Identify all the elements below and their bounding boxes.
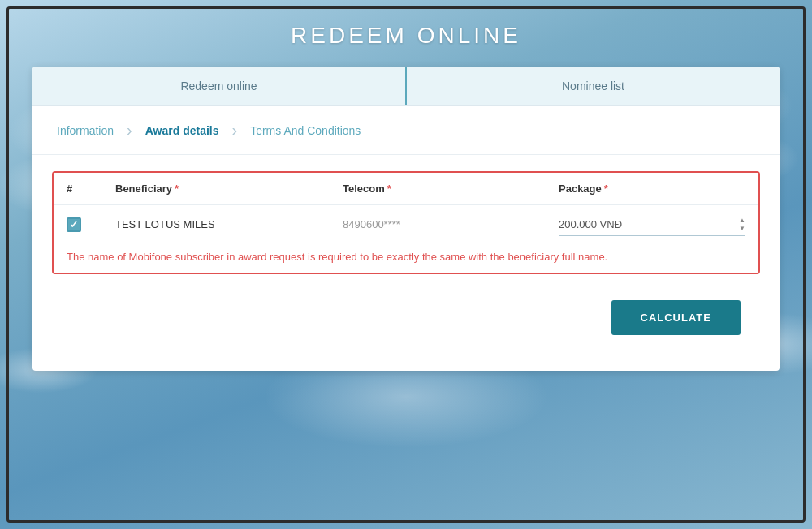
package-cell: 200.000 VNĐ ▲ ▼ — [559, 213, 745, 236]
telecom-cell: 8490600**** — [343, 215, 559, 234]
tab-nominee-list[interactable]: Nominee list — [407, 67, 780, 105]
tab-redeem-online[interactable]: Redeem online — [32, 67, 407, 105]
col-package: Package* — [559, 183, 745, 195]
tab-navigation: Redeem online Nominee list — [32, 67, 780, 106]
package-value: 200.000 VNĐ — [559, 218, 732, 230]
row-checkbox[interactable] — [67, 217, 81, 232]
table-row: 8490600**** 200.000 VNĐ ▲ ▼ — [54, 205, 758, 244]
table-header: # Beneficiary* Telecom* Package* — [54, 173, 758, 205]
step-arrow-1: › — [127, 121, 132, 140]
beneficiary-cell — [115, 215, 343, 234]
pkg-arrow-up[interactable]: ▲ — [739, 217, 745, 225]
row-checkbox-cell — [67, 217, 115, 232]
package-select[interactable]: 200.000 VNĐ ▲ ▼ — [559, 213, 745, 236]
col-beneficiary: Beneficiary* — [115, 183, 343, 195]
step-information[interactable]: Information — [57, 124, 114, 137]
button-area: CALCULATE — [52, 287, 760, 355]
page-title: REDEEM ONLINE — [291, 23, 521, 49]
step-award-details[interactable]: Award details — [145, 124, 219, 137]
beneficiary-input[interactable] — [115, 215, 320, 234]
step-terms-conditions[interactable]: Terms And Conditions — [250, 124, 361, 137]
pkg-arrow-down[interactable]: ▼ — [739, 225, 745, 233]
col-telecom: Telecom* — [343, 183, 559, 195]
telecom-value: 8490600**** — [343, 215, 526, 234]
col-hash: # — [67, 183, 115, 195]
award-table: # Beneficiary* Telecom* Package* — [52, 171, 760, 274]
main-card: Redeem online Nominee list Information ›… — [32, 67, 780, 371]
steps-navigation: Information › Award details › Terms And … — [32, 106, 780, 155]
calculate-button[interactable]: CALCULATE — [611, 300, 741, 335]
table-section: # Beneficiary* Telecom* Package* — [32, 155, 780, 371]
warning-message: The name of Mobifone subscriber in award… — [54, 244, 758, 273]
package-arrows: ▲ ▼ — [739, 217, 745, 232]
step-arrow-2: › — [232, 121, 238, 140]
